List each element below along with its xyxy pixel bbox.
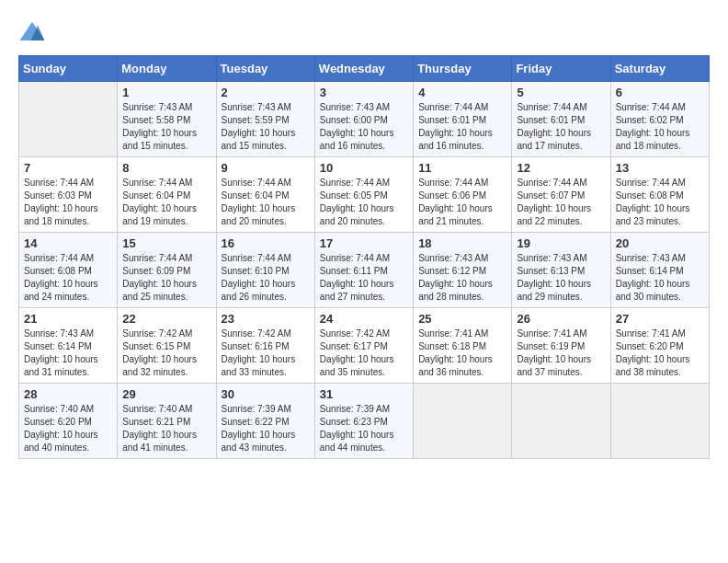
cell-content: Sunrise: 7:44 AM Sunset: 6:08 PM Dayligh…: [616, 177, 704, 228]
cell-content: Sunrise: 7:41 AM Sunset: 6:18 PM Dayligh…: [418, 327, 506, 379]
cell-content: Sunrise: 7:39 AM Sunset: 6:22 PM Dayligh…: [222, 403, 310, 454]
day-number: 3: [320, 86, 408, 99]
weekday-header: Wednesday: [314, 56, 413, 82]
day-number: 27: [616, 312, 704, 326]
calendar-header-row: SundayMondayTuesdayWednesdayThursdayFrid…: [19, 56, 710, 82]
calendar-cell: [512, 384, 610, 459]
calendar-cell: 31Sunrise: 7:39 AM Sunset: 6:23 PM Dayli…: [314, 384, 413, 459]
cell-content: Sunrise: 7:43 AM Sunset: 5:59 PM Dayligh…: [222, 101, 310, 153]
cell-content: Sunrise: 7:44 AM Sunset: 6:04 PM Dayligh…: [122, 177, 210, 228]
calendar-cell: 29Sunrise: 7:40 AM Sunset: 6:21 PM Dayli…: [118, 384, 216, 459]
cell-content: Sunrise: 7:44 AM Sunset: 6:02 PM Dayligh…: [616, 101, 704, 153]
cell-content: Sunrise: 7:43 AM Sunset: 6:13 PM Dayligh…: [517, 252, 605, 304]
day-number: 6: [616, 86, 704, 99]
day-number: 13: [616, 161, 704, 175]
cell-content: Sunrise: 7:40 AM Sunset: 6:21 PM Dayligh…: [122, 403, 210, 454]
weekday-header: Monday: [118, 56, 216, 82]
day-number: 18: [418, 236, 506, 250]
day-number: 26: [517, 312, 605, 326]
calendar-cell: 13Sunrise: 7:44 AM Sunset: 6:08 PM Dayli…: [610, 157, 709, 233]
logo: [18, 18, 50, 46]
cell-content: Sunrise: 7:43 AM Sunset: 6:00 PM Dayligh…: [320, 101, 408, 153]
day-number: 25: [418, 312, 506, 326]
weekday-header: Friday: [512, 56, 610, 82]
calendar-cell: 9Sunrise: 7:44 AM Sunset: 6:04 PM Daylig…: [216, 157, 314, 233]
calendar-cell: 4Sunrise: 7:44 AM Sunset: 6:01 PM Daylig…: [414, 82, 512, 157]
calendar-cell: 14Sunrise: 7:44 AM Sunset: 6:08 PM Dayli…: [19, 233, 118, 308]
calendar-cell: 19Sunrise: 7:43 AM Sunset: 6:13 PM Dayli…: [512, 233, 610, 308]
weekday-header: Sunday: [19, 56, 118, 82]
cell-content: Sunrise: 7:42 AM Sunset: 6:15 PM Dayligh…: [122, 327, 210, 379]
calendar-cell: 22Sunrise: 7:42 AM Sunset: 6:15 PM Dayli…: [118, 308, 216, 384]
day-number: 12: [517, 161, 605, 175]
calendar-cell: 21Sunrise: 7:43 AM Sunset: 6:14 PM Dayli…: [19, 308, 118, 384]
logo-icon: [18, 18, 46, 46]
calendar-cell: 24Sunrise: 7:42 AM Sunset: 6:17 PM Dayli…: [314, 308, 413, 384]
calendar-cell: 23Sunrise: 7:42 AM Sunset: 6:16 PM Dayli…: [216, 308, 314, 384]
day-number: 5: [517, 86, 605, 99]
cell-content: Sunrise: 7:42 AM Sunset: 6:17 PM Dayligh…: [320, 327, 408, 379]
calendar-cell: 28Sunrise: 7:40 AM Sunset: 6:20 PM Dayli…: [19, 384, 118, 459]
calendar-cell: 3Sunrise: 7:43 AM Sunset: 6:00 PM Daylig…: [314, 82, 413, 157]
day-number: 30: [222, 387, 310, 401]
day-number: 31: [320, 387, 408, 401]
calendar-cell: [610, 384, 709, 459]
cell-content: Sunrise: 7:44 AM Sunset: 6:04 PM Dayligh…: [222, 177, 310, 228]
calendar-cell: 16Sunrise: 7:44 AM Sunset: 6:10 PM Dayli…: [216, 233, 314, 308]
calendar-cell: 25Sunrise: 7:41 AM Sunset: 6:18 PM Dayli…: [414, 308, 512, 384]
cell-content: Sunrise: 7:41 AM Sunset: 6:19 PM Dayligh…: [517, 327, 605, 379]
cell-content: Sunrise: 7:44 AM Sunset: 6:05 PM Dayligh…: [320, 177, 408, 228]
calendar-cell: 2Sunrise: 7:43 AM Sunset: 5:59 PM Daylig…: [216, 82, 314, 157]
day-number: 10: [320, 161, 408, 175]
calendar-cell: 12Sunrise: 7:44 AM Sunset: 6:07 PM Dayli…: [512, 157, 610, 233]
calendar-cell: 7Sunrise: 7:44 AM Sunset: 6:03 PM Daylig…: [19, 157, 118, 233]
cell-content: Sunrise: 7:44 AM Sunset: 6:03 PM Dayligh…: [24, 177, 112, 228]
cell-content: Sunrise: 7:41 AM Sunset: 6:20 PM Dayligh…: [616, 327, 704, 379]
calendar-cell: 6Sunrise: 7:44 AM Sunset: 6:02 PM Daylig…: [610, 82, 709, 157]
day-number: 22: [122, 312, 210, 326]
calendar-week-row: 14Sunrise: 7:44 AM Sunset: 6:08 PM Dayli…: [19, 233, 710, 308]
calendar-cell: 26Sunrise: 7:41 AM Sunset: 6:19 PM Dayli…: [512, 308, 610, 384]
cell-content: Sunrise: 7:40 AM Sunset: 6:20 PM Dayligh…: [24, 403, 112, 454]
calendar-cell: [19, 82, 118, 157]
calendar-week-row: 21Sunrise: 7:43 AM Sunset: 6:14 PM Dayli…: [19, 308, 710, 384]
day-number: 8: [122, 161, 210, 175]
calendar-cell: 17Sunrise: 7:44 AM Sunset: 6:11 PM Dayli…: [314, 233, 413, 308]
calendar-table: SundayMondayTuesdayWednesdayThursdayFrid…: [18, 55, 710, 459]
day-number: 16: [222, 236, 310, 250]
cell-content: Sunrise: 7:43 AM Sunset: 6:12 PM Dayligh…: [418, 252, 506, 304]
calendar-cell: 30Sunrise: 7:39 AM Sunset: 6:22 PM Dayli…: [216, 384, 314, 459]
calendar-cell: 27Sunrise: 7:41 AM Sunset: 6:20 PM Dayli…: [610, 308, 709, 384]
calendar-cell: 18Sunrise: 7:43 AM Sunset: 6:12 PM Dayli…: [414, 233, 512, 308]
page-header: [18, 18, 710, 46]
day-number: 11: [418, 161, 506, 175]
day-number: 2: [222, 86, 310, 99]
day-number: 17: [320, 236, 408, 250]
calendar-cell: 20Sunrise: 7:43 AM Sunset: 6:14 PM Dayli…: [610, 233, 709, 308]
calendar-body: 1Sunrise: 7:43 AM Sunset: 5:58 PM Daylig…: [19, 82, 710, 459]
day-number: 15: [122, 236, 210, 250]
cell-content: Sunrise: 7:43 AM Sunset: 6:14 PM Dayligh…: [24, 327, 112, 379]
cell-content: Sunrise: 7:44 AM Sunset: 6:09 PM Dayligh…: [122, 252, 210, 304]
cell-content: Sunrise: 7:42 AM Sunset: 6:16 PM Dayligh…: [222, 327, 310, 379]
weekday-header: Tuesday: [216, 56, 314, 82]
calendar-week-row: 28Sunrise: 7:40 AM Sunset: 6:20 PM Dayli…: [19, 384, 710, 459]
cell-content: Sunrise: 7:44 AM Sunset: 6:11 PM Dayligh…: [320, 252, 408, 304]
weekday-header: Thursday: [414, 56, 512, 82]
cell-content: Sunrise: 7:43 AM Sunset: 6:14 PM Dayligh…: [616, 252, 704, 304]
day-number: 4: [418, 86, 506, 99]
cell-content: Sunrise: 7:44 AM Sunset: 6:01 PM Dayligh…: [517, 101, 605, 153]
day-number: 7: [24, 161, 112, 175]
day-number: 20: [616, 236, 704, 250]
cell-content: Sunrise: 7:44 AM Sunset: 6:07 PM Dayligh…: [517, 177, 605, 228]
cell-content: Sunrise: 7:44 AM Sunset: 6:08 PM Dayligh…: [24, 252, 112, 304]
calendar-week-row: 1Sunrise: 7:43 AM Sunset: 5:58 PM Daylig…: [19, 82, 710, 157]
calendar-cell: 1Sunrise: 7:43 AM Sunset: 5:58 PM Daylig…: [118, 82, 216, 157]
calendar-cell: [414, 384, 512, 459]
cell-content: Sunrise: 7:44 AM Sunset: 6:06 PM Dayligh…: [418, 177, 506, 228]
cell-content: Sunrise: 7:39 AM Sunset: 6:23 PM Dayligh…: [320, 403, 408, 454]
day-number: 21: [24, 312, 112, 326]
calendar-week-row: 7Sunrise: 7:44 AM Sunset: 6:03 PM Daylig…: [19, 157, 710, 233]
calendar-cell: 10Sunrise: 7:44 AM Sunset: 6:05 PM Dayli…: [314, 157, 413, 233]
cell-content: Sunrise: 7:44 AM Sunset: 6:10 PM Dayligh…: [222, 252, 310, 304]
